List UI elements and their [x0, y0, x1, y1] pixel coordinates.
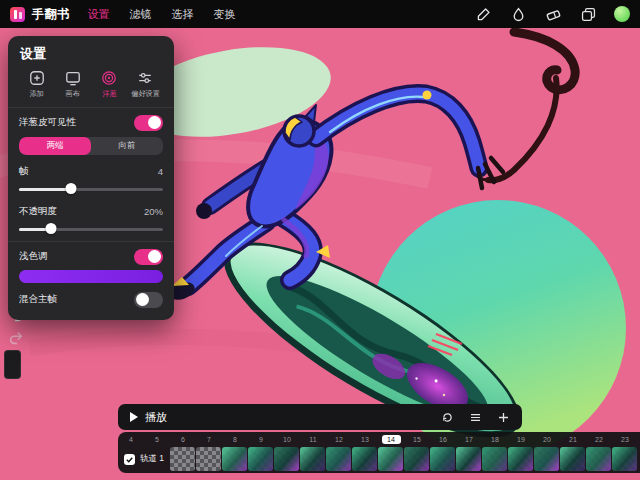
frame-number[interactable]: 6 [170, 435, 196, 444]
smudge-icon[interactable] [509, 5, 527, 23]
frame-thumbnail[interactable] [352, 447, 377, 471]
frame-number[interactable]: 23 [612, 435, 638, 444]
app-logo-icon[interactable] [10, 7, 25, 22]
frame-number[interactable]: 15 [404, 435, 430, 444]
frame-number[interactable]: 19 [508, 435, 534, 444]
frame-number[interactable]: 10 [274, 435, 300, 444]
frame-thumbnail[interactable] [274, 447, 299, 471]
blend-label: 混合主帧 [19, 293, 57, 306]
frame-thumbnail[interactable] [326, 447, 351, 471]
blend-toggle[interactable] [134, 292, 163, 308]
app-title: 手翻书 [32, 6, 70, 23]
tint-row: 浅色调 [19, 246, 163, 267]
onion-visibility-label: 洋葱皮可见性 [19, 116, 76, 129]
frame-thumbnail[interactable] [612, 447, 637, 471]
frame-thumbnail[interactable] [404, 447, 429, 471]
frame-thumbnail[interactable] [196, 447, 221, 471]
eraser-icon[interactable] [544, 5, 562, 23]
slider-thumb[interactable] [65, 183, 76, 194]
opacity-row: 不透明度 20% [19, 201, 163, 222]
settings-panel-title: 设置 [20, 45, 163, 63]
menu-item[interactable]: 选择 [172, 7, 194, 22]
tint-color-bar[interactable] [19, 270, 163, 283]
tab-canvas[interactable]: 画布 [55, 70, 90, 99]
opacity-value: 20% [144, 206, 163, 217]
frame-number[interactable]: 9 [248, 435, 274, 444]
layers-icon[interactable] [579, 5, 597, 23]
tint-toggle[interactable] [134, 249, 163, 265]
tab-onion[interactable]: 洋葱 [92, 70, 127, 99]
frame-thumbnail[interactable] [170, 447, 195, 471]
play-icon [130, 412, 138, 422]
playbar-icons [441, 411, 510, 424]
menu-bar: 设置滤镜选择变换 [88, 7, 236, 22]
frame-number[interactable]: 18 [482, 435, 508, 444]
track-checkbox[interactable] [124, 454, 135, 465]
toggle-knob [148, 250, 161, 263]
track-row: 轨道 1 [118, 446, 640, 472]
onion-icon [92, 70, 127, 87]
onion-visibility-toggle[interactable] [134, 115, 163, 131]
frame-thumbnail[interactable] [300, 447, 325, 471]
prefs-icon [128, 70, 163, 87]
frame-number[interactable]: 12 [326, 435, 352, 444]
frame-thumbnail[interactable] [586, 447, 611, 471]
tab-add[interactable]: 添加 [19, 70, 54, 99]
divider [8, 107, 174, 108]
frame-thumbnail[interactable] [560, 447, 585, 471]
canvas-icon [55, 70, 90, 87]
frame-number[interactable]: 4 [118, 435, 144, 444]
frame-thumbnail[interactable] [248, 447, 273, 471]
frame-thumbnail[interactable] [508, 447, 533, 471]
color-swatch[interactable] [614, 6, 630, 22]
track-label-box: 轨道 1 [118, 453, 170, 465]
frame-thumbnail[interactable] [482, 447, 507, 471]
frame-number[interactable]: 8 [222, 435, 248, 444]
slider-thumb[interactable] [45, 223, 56, 234]
tint-label: 浅色调 [19, 250, 48, 263]
brush-icon[interactable] [474, 5, 492, 23]
menu-item[interactable]: 设置 [88, 7, 110, 22]
frame-number[interactable]: 17 [456, 435, 482, 444]
frame-number[interactable]: 14 [378, 435, 404, 444]
play-label: 播放 [145, 410, 167, 425]
opacity-label: 不透明度 [19, 205, 57, 218]
frame-thumbnail[interactable] [222, 447, 247, 471]
frame-number[interactable]: 5 [144, 435, 170, 444]
timeline-playbar: 播放 [118, 404, 522, 430]
menu-item[interactable]: 变换 [214, 7, 236, 22]
frame-thumbnail[interactable] [534, 447, 559, 471]
thumb-strip [170, 447, 637, 471]
settings-tabs: 添加画布洋葱偏好设置 [19, 70, 163, 99]
menu-item[interactable]: 滤镜 [130, 7, 152, 22]
add-frame-icon[interactable] [497, 411, 510, 424]
frame-thumbnail[interactable] [378, 447, 403, 471]
opacity-slider[interactable] [19, 223, 163, 235]
frame-thumbnail[interactable] [430, 447, 455, 471]
list-icon[interactable] [469, 411, 482, 424]
frame-number[interactable]: 16 [430, 435, 456, 444]
frame-number[interactable]: 22 [586, 435, 612, 444]
play-button[interactable]: 播放 [130, 410, 167, 425]
add-icon [19, 70, 54, 87]
frames-slider[interactable] [19, 183, 163, 195]
segment-option[interactable]: 向前 [91, 137, 163, 155]
frame-number[interactable]: 21 [560, 435, 586, 444]
frame-number[interactable]: 20 [534, 435, 560, 444]
slider-fill [19, 188, 71, 191]
frames-label: 帧 [19, 165, 29, 178]
frame-thumbnail[interactable] [456, 447, 481, 471]
timeline-strip: 4567891011121314151617181920212223 轨道 1 [118, 432, 640, 473]
frame-number[interactable]: 13 [352, 435, 378, 444]
frame-number[interactable]: 7 [196, 435, 222, 444]
onion-visibility-row: 洋葱皮可见性 [19, 112, 163, 133]
frame-number[interactable]: 11 [300, 435, 326, 444]
side-panel-handle[interactable] [4, 350, 21, 379]
app-window: 手翻书 设置滤镜选择变换 设置 添加画布洋葱偏好设置 洋葱皮可见性 两端向 [0, 0, 640, 480]
top-bar: 手翻书 设置滤镜选择变换 [0, 0, 640, 28]
redo-icon[interactable] [7, 329, 27, 349]
segment-option[interactable]: 两端 [19, 137, 91, 155]
frames-row: 帧 4 [19, 161, 163, 182]
tab-prefs[interactable]: 偏好设置 [128, 70, 163, 99]
loop-icon[interactable] [441, 411, 454, 424]
